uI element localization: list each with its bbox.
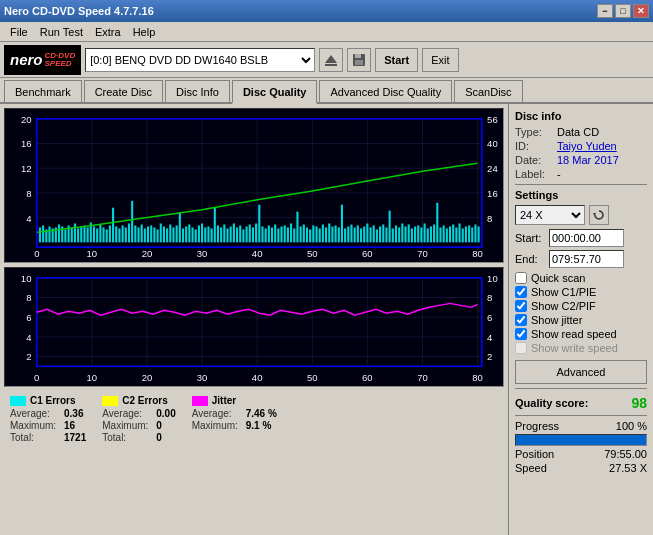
svg-text:6: 6: [26, 313, 31, 323]
c1-total-label: Total:: [10, 432, 60, 443]
title-bar: Nero CD-DVD Speed 4.7.7.16 − □ ✕: [0, 0, 653, 22]
svg-text:60: 60: [362, 249, 373, 259]
quick-scan-checkbox[interactable]: [515, 272, 527, 284]
svg-rect-73: [204, 227, 206, 242]
advanced-button[interactable]: Advanced: [515, 360, 647, 384]
svg-rect-111: [325, 227, 327, 242]
progress-bar-container: [515, 434, 647, 446]
svg-rect-97: [280, 226, 282, 242]
svg-rect-57: [153, 227, 155, 242]
svg-rect-115: [338, 227, 340, 242]
svg-rect-117: [344, 228, 346, 242]
nero-logo: nero CD·DVDSPEED: [4, 45, 81, 75]
menu-run-test[interactable]: Run Test: [34, 24, 89, 40]
svg-rect-158: [474, 224, 476, 242]
show-c1-label: Show C1/PIE: [531, 286, 596, 298]
c1-color: [10, 396, 26, 406]
disc-id-row: ID: Taiyo Yuden: [515, 140, 647, 152]
disc-date-value: 18 Mar 2017: [557, 154, 619, 166]
svg-rect-42: [106, 229, 108, 242]
jitter-legend: Jitter Average: 7.46 % Maximum: 9.1 %: [192, 395, 277, 443]
eject-button[interactable]: [319, 48, 343, 72]
tab-disc-info[interactable]: Disc Info: [165, 80, 230, 102]
svg-rect-140: [417, 225, 419, 242]
svg-rect-137: [408, 224, 410, 242]
svg-rect-46: [118, 228, 120, 242]
svg-rect-148: [443, 225, 445, 242]
svg-rect-110: [322, 224, 324, 242]
position-label: Position: [515, 448, 554, 460]
show-c1-checkbox[interactable]: [515, 286, 527, 298]
show-c2-checkbox[interactable]: [515, 300, 527, 312]
svg-rect-50: [131, 201, 133, 242]
disc-label-row: Label: -: [515, 168, 647, 180]
svg-rect-72: [201, 224, 203, 243]
jitter-max-value: 9.1 %: [246, 420, 272, 431]
svg-rect-39: [96, 228, 98, 242]
svg-text:4: 4: [26, 333, 31, 343]
svg-rect-64: [176, 225, 178, 242]
show-c2-label: Show C2/PIF: [531, 300, 596, 312]
disc-label-value: -: [557, 168, 561, 180]
svg-rect-146: [436, 203, 438, 242]
main-content: 20 16 12 8 4 56 40 24 16 8 0 10 20 30: [0, 104, 653, 535]
end-input[interactable]: 079:57.70: [549, 250, 624, 268]
svg-rect-21: [39, 227, 41, 242]
svg-rect-81: [230, 226, 232, 242]
drive-select[interactable]: [0:0] BENQ DVD DD DW1640 BSLB: [85, 48, 315, 72]
tab-benchmark[interactable]: Benchmark: [4, 80, 82, 102]
disc-id-value[interactable]: Taiyo Yuden: [557, 140, 617, 152]
svg-rect-124: [366, 224, 368, 243]
svg-rect-104: [303, 224, 305, 242]
svg-rect-45: [115, 226, 117, 242]
svg-rect-107: [312, 225, 314, 242]
disc-id-label: ID:: [515, 140, 553, 152]
close-button[interactable]: ✕: [633, 4, 649, 18]
tab-disc-quality[interactable]: Disc Quality: [232, 80, 318, 104]
c2-color: [102, 396, 118, 406]
start-input[interactable]: 000:00.00: [549, 229, 624, 247]
show-jitter-checkbox[interactable]: [515, 314, 527, 326]
svg-rect-147: [439, 227, 441, 242]
svg-rect-90: [258, 205, 260, 243]
c1-legend: C1 Errors Average: 0.36 Maximum: 16 Tota…: [10, 395, 86, 443]
svg-text:16: 16: [21, 140, 32, 150]
svg-text:10: 10: [87, 373, 98, 383]
svg-rect-48: [125, 227, 127, 242]
speed-select[interactable]: 24 X 4 X 8 X 16 X 32 X MAX: [515, 205, 585, 225]
c1-max-label: Maximum:: [10, 420, 60, 431]
svg-text:60: 60: [362, 373, 373, 383]
end-row: End: 079:57.70: [515, 250, 647, 268]
maximize-button[interactable]: □: [615, 4, 631, 18]
svg-text:4: 4: [26, 214, 31, 224]
show-read-speed-checkbox[interactable]: [515, 328, 527, 340]
exit-button[interactable]: Exit: [422, 48, 458, 72]
svg-rect-100: [290, 224, 292, 243]
svg-rect-55: [147, 226, 149, 242]
svg-rect-105: [306, 227, 308, 242]
divider-2: [515, 388, 647, 389]
svg-rect-31: [71, 227, 73, 242]
svg-rect-153: [458, 224, 460, 243]
svg-rect-113: [331, 226, 333, 242]
tab-advanced-disc-quality[interactable]: Advanced Disc Quality: [319, 80, 452, 102]
tab-scan-disc[interactable]: ScanDisc: [454, 80, 522, 102]
tab-create-disc[interactable]: Create Disc: [84, 80, 163, 102]
svg-rect-61: [166, 228, 168, 242]
menu-extra[interactable]: Extra: [89, 24, 127, 40]
svg-rect-58: [157, 229, 159, 242]
save-button[interactable]: [347, 48, 371, 72]
show-read-speed-label: Show read speed: [531, 328, 617, 340]
start-button[interactable]: Start: [375, 48, 418, 72]
svg-rect-3: [355, 54, 361, 58]
refresh-button[interactable]: [589, 205, 609, 225]
menu-help[interactable]: Help: [127, 24, 162, 40]
start-label: Start:: [515, 232, 545, 244]
svg-text:10: 10: [21, 274, 32, 284]
svg-rect-142: [424, 224, 426, 243]
minimize-button[interactable]: −: [597, 4, 613, 18]
svg-rect-92: [265, 228, 267, 242]
svg-text:6: 6: [487, 313, 492, 323]
svg-rect-68: [188, 224, 190, 242]
menu-file[interactable]: File: [4, 24, 34, 40]
